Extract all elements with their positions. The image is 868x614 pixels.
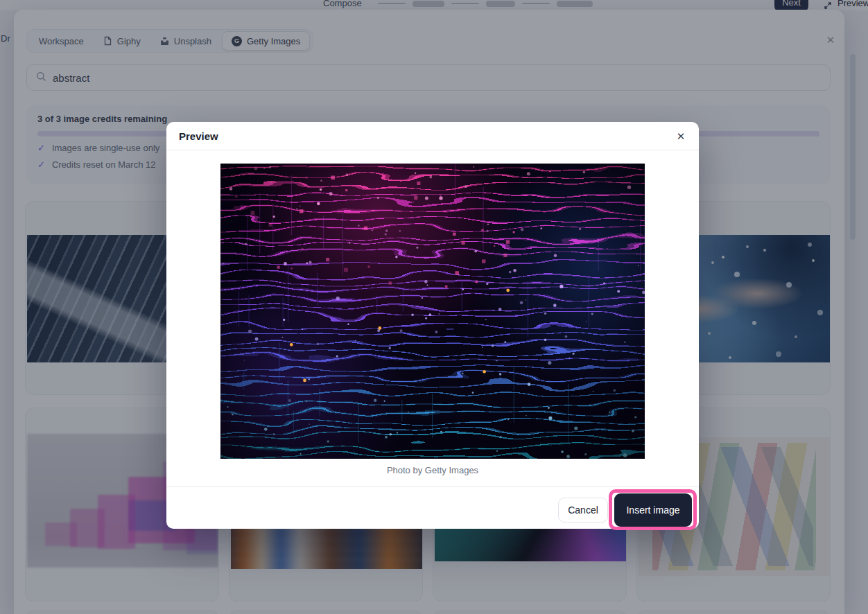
preview-image: [220, 164, 645, 459]
modal-header: Preview ✕: [166, 122, 699, 150]
insert-image-button[interactable]: Insert image: [614, 493, 692, 527]
modal-footer: Cancel Insert image: [166, 486, 699, 529]
close-icon[interactable]: ✕: [674, 130, 688, 143]
cancel-button[interactable]: Cancel: [558, 498, 608, 523]
preview-modal: Preview ✕ Photo by Getty Images Cancel I…: [166, 122, 699, 529]
photo-credit-caption: Photo by Getty Images: [166, 465, 699, 475]
modal-title: Preview: [179, 130, 218, 142]
